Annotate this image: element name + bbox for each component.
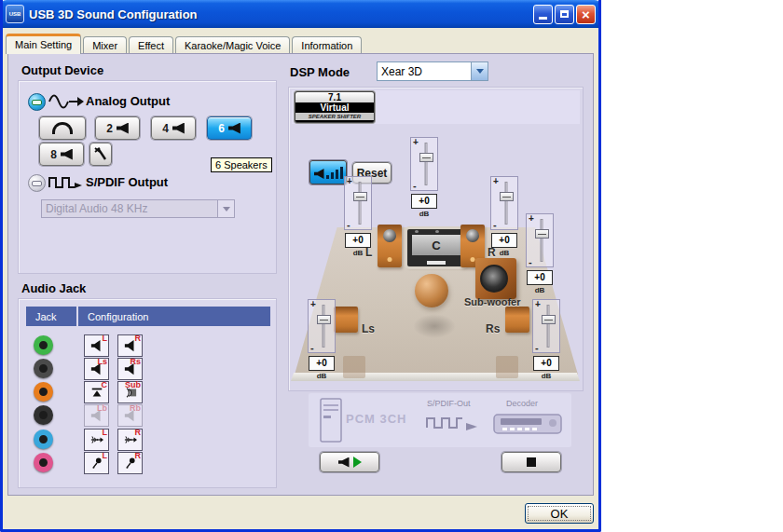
- rear-right-db-value: +0: [533, 356, 559, 371]
- subwoofer-db-value: +0: [527, 270, 553, 285]
- output-device-panel: Analog Output 2 4 6 8: [18, 80, 277, 274]
- rear-right-reflection: [496, 356, 518, 378]
- front-left-volume-slider[interactable]: + - +0 dB: [343, 176, 373, 257]
- ok-button[interactable]: OK: [525, 503, 594, 524]
- audio-jack-panel: Jack Configuration L R: [18, 298, 277, 488]
- rear-right-speaker[interactable]: [505, 307, 529, 333]
- maximize-button[interactable]: [555, 5, 574, 24]
- square-wave-icon: [48, 173, 86, 192]
- tab-effect[interactable]: Effect: [129, 36, 173, 54]
- audio-jack-heading: Audio Jack: [21, 281, 86, 295]
- listener-head: [415, 274, 448, 307]
- 2-speakers-button[interactable]: 2: [95, 116, 140, 140]
- subwoofer-speaker[interactable]: [475, 258, 516, 299]
- play-test-button[interactable]: [320, 452, 379, 472]
- rear-left-speaker-config-icon: Ls: [84, 358, 109, 380]
- rear-left-label: Ls: [362, 322, 375, 335]
- stop-test-button[interactable]: [501, 452, 561, 472]
- front-left-speaker-config-icon: L: [84, 334, 109, 357]
- virtual-speaker-shifter-button[interactable]: 7.1 Virtual SPEAKER SHIFTER: [295, 91, 375, 123]
- tab-information[interactable]: Information: [292, 36, 362, 54]
- back-right-speaker-config-icon: Rb: [117, 404, 143, 427]
- rear-right-speaker-config-icon: Rs: [117, 358, 143, 380]
- speaker-icon: [61, 149, 73, 160]
- center-speaker[interactable]: C: [407, 229, 465, 266]
- tab-karaoke-magic-voice[interactable]: Karaoke/Magic Voice: [175, 36, 290, 54]
- spdif-format-select: Digital Audio 48 KHz: [41, 199, 235, 218]
- speaker-icon: [117, 123, 129, 134]
- 8-speakers-button[interactable]: 8: [39, 143, 84, 166]
- dropdown-arrow-icon: [471, 62, 488, 80]
- minimize-icon: [539, 17, 547, 20]
- window-controls: ×: [533, 5, 596, 24]
- headphone-output-button[interactable]: [39, 116, 86, 140]
- sine-wave-icon: [48, 92, 84, 111]
- cyan-jack-icon: [34, 430, 53, 449]
- usb-logo-icon: USB: [6, 5, 24, 23]
- speaker-icon: [228, 123, 240, 134]
- center-label: C: [432, 239, 440, 252]
- decoder-label: Decoder: [506, 399, 538, 408]
- spdif-wave-icon: [425, 414, 481, 432]
- line-in-right-config-icon: R: [117, 429, 143, 451]
- main-setting-page: Output Device Analog Output 2: [7, 53, 594, 496]
- rear-right-label: Rs: [486, 322, 500, 335]
- slider-thumb[interactable]: [535, 229, 549, 239]
- rear-left-volume-slider[interactable]: + - +0 dB: [307, 299, 337, 380]
- pink-jack-icon: [34, 453, 53, 472]
- front-right-volume-slider[interactable]: + - +0 dB: [489, 176, 519, 257]
- slider-thumb[interactable]: [353, 192, 367, 201]
- analog-output-radio[interactable]: [28, 93, 46, 111]
- center-speaker-config-icon: C: [84, 381, 109, 403]
- rear-right-volume-slider[interactable]: + - +0 dB: [531, 299, 561, 380]
- dsp-mode-label: DSP Mode: [290, 65, 350, 79]
- volume-button[interactable]: [309, 160, 347, 184]
- slider-thumb[interactable]: [500, 192, 514, 201]
- dsp-mode-select[interactable]: Xear 3D: [377, 61, 488, 81]
- spdif-out-panel: PCM 3CH S/PDIF-Out Decoder: [309, 393, 571, 447]
- slider-thumb[interactable]: [542, 315, 556, 324]
- pc-tower-icon: [320, 398, 342, 443]
- listener-shadow: [413, 314, 456, 338]
- minimize-button[interactable]: [533, 5, 553, 24]
- 6-speakers-button[interactable]: 6: [207, 116, 252, 140]
- tab-bar: Main Setting Mixer Effect Karaoke/Magic …: [6, 34, 364, 54]
- back-left-speaker-config-icon: Lb: [84, 404, 109, 427]
- wrench-icon: [94, 147, 107, 162]
- speaker-icon: [314, 169, 324, 179]
- mic-right-config-icon: R: [117, 452, 143, 474]
- tab-main-setting[interactable]: Main Setting: [6, 34, 81, 54]
- orange-jack-icon: [34, 382, 53, 402]
- spdif-output-radio[interactable]: [28, 174, 46, 192]
- subwoofer-volume-slider[interactable]: + - +0 dB: [525, 213, 555, 294]
- column-header-jack: Jack: [26, 307, 76, 326]
- rear-left-reflection: [343, 356, 365, 378]
- slider-thumb[interactable]: [419, 153, 433, 162]
- green-jack-icon: [34, 335, 53, 355]
- center-volume-slider[interactable]: + - +0 dB: [409, 137, 439, 218]
- play-icon: [353, 457, 362, 468]
- tooltip: 6 Speakers: [211, 157, 272, 172]
- front-left-speaker[interactable]: [378, 225, 402, 267]
- mic-left-config-icon: L: [84, 452, 109, 474]
- titlebar[interactable]: USB USB 3D Sound Configuration ×: [0, 0, 601, 28]
- front-right-db-value: +0: [491, 233, 517, 248]
- line-in-left-config-icon: L: [84, 429, 109, 451]
- slider-thumb[interactable]: [317, 315, 331, 324]
- 4-speakers-button[interactable]: 4: [151, 116, 196, 140]
- rear-left-speaker[interactable]: [334, 307, 358, 333]
- output-device-heading: Output Device: [21, 63, 103, 77]
- usb-sound-config-window: USB USB 3D Sound Configuration × Main Se…: [0, 0, 601, 532]
- dropdown-arrow-icon: [217, 200, 234, 217]
- close-icon: ×: [582, 7, 590, 21]
- tab-mixer[interactable]: Mixer: [83, 36, 127, 54]
- subwoofer-config-icon: Sub: [117, 381, 143, 403]
- black-jack-icon: [34, 405, 53, 425]
- decoder-receiver-icon: [493, 412, 562, 436]
- speaker-icon: [338, 457, 350, 468]
- maximize-icon: [560, 10, 569, 18]
- window-title: USB 3D Sound Configuration: [29, 7, 533, 21]
- speaker-test-panel: 7.1 Virtual SPEAKER SHIFTER Reset: [288, 87, 584, 391]
- speaker-settings-button[interactable]: [89, 143, 112, 166]
- close-button[interactable]: ×: [576, 5, 596, 24]
